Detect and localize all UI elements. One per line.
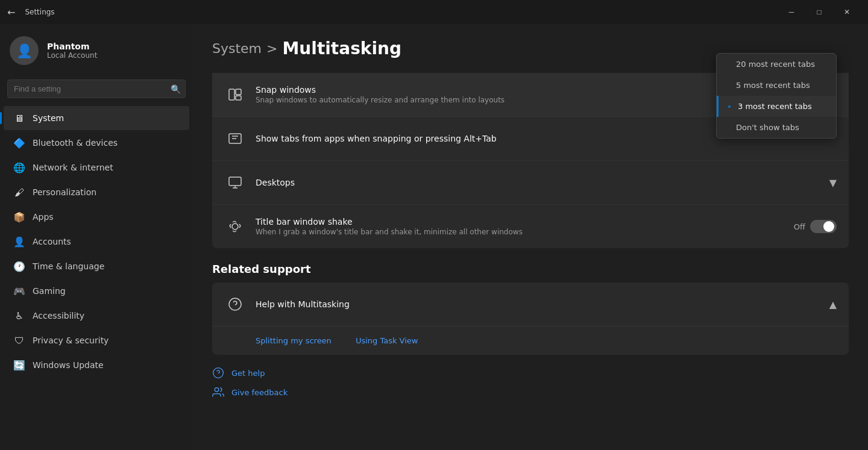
sidebar-label-personalization: Personalization xyxy=(33,187,96,197)
sidebar-label-network: Network & internet xyxy=(33,163,113,172)
desktops-row: Desktops ▼ xyxy=(212,161,849,205)
search-input[interactable] xyxy=(7,80,186,98)
give-feedback-label: Give feedback xyxy=(231,388,288,397)
svg-rect-0 xyxy=(229,89,234,100)
desktops-title: Desktops xyxy=(256,178,820,187)
bluetooth-icon: 🔷 xyxy=(13,137,25,149)
get-help-link[interactable]: Get help xyxy=(212,367,849,379)
maximize-button[interactable]: □ xyxy=(805,0,833,24)
svg-rect-1 xyxy=(236,89,241,95)
user-type: Local Account xyxy=(47,51,97,60)
footer-links: Get help Give feedback xyxy=(212,367,849,398)
accounts-icon: 👤 xyxy=(13,236,25,248)
accessibility-icon: ♿ xyxy=(13,310,25,322)
toggle-off-label: Off xyxy=(794,222,805,231)
sidebar-item-accounts[interactable]: 👤 Accounts xyxy=(4,230,189,254)
titlebar: ← Settings ─ □ ✕ xyxy=(0,0,868,24)
titlebar-shake-title: Title bar window shake xyxy=(256,217,784,227)
support-links: Splitting my screen Using Task View xyxy=(212,326,849,355)
breadcrumb-sep: > xyxy=(266,41,277,56)
support-header[interactable]: Help with Multitasking ▲ xyxy=(212,283,849,326)
titlebar-shake-desc: When I grab a window's title bar and sha… xyxy=(256,228,784,236)
svg-point-5 xyxy=(232,223,238,230)
network-icon: 🌐 xyxy=(13,161,25,173)
tabs-dropdown-menu: 20 most recent tabs 5 most recent tabs 3… xyxy=(716,53,837,139)
svg-rect-2 xyxy=(236,96,241,100)
get-help-icon xyxy=(212,367,224,379)
breadcrumb-parent[interactable]: System xyxy=(212,41,262,56)
sidebar-label-update: Windows Update xyxy=(33,360,104,370)
dropdown-item-20[interactable]: 20 most recent tabs xyxy=(717,54,836,75)
related-support-title: Related support xyxy=(212,263,849,275)
titlebar-shake-text: Title bar window shake When I grab a win… xyxy=(256,217,784,236)
help-icon xyxy=(224,293,246,315)
apps-icon: 📦 xyxy=(13,211,25,223)
sidebar-label-gaming: Gaming xyxy=(33,286,66,296)
personalization-icon: 🖌 xyxy=(13,186,25,198)
sidebar: 👤 Phantom Local Account 🔍 🖥 System 🔷 Blu… xyxy=(0,24,193,450)
avatar: 👤 xyxy=(10,36,39,65)
help-title: Help with Multitasking xyxy=(256,299,350,309)
user-info: Phantom Local Account xyxy=(47,42,97,60)
update-icon: 🔄 xyxy=(13,359,25,371)
sidebar-label-privacy: Privacy & security xyxy=(33,336,108,345)
taskview-link[interactable]: Using Task View xyxy=(356,336,418,345)
privacy-icon: 🛡 xyxy=(13,334,25,346)
dropdown-item-5[interactable]: 5 most recent tabs xyxy=(717,75,836,96)
settings-card: Snap windows Snap windows to automatical… xyxy=(212,73,849,248)
sidebar-item-update[interactable]: 🔄 Windows Update xyxy=(4,353,189,377)
get-help-label: Get help xyxy=(231,369,265,378)
titlebar-shake-icon xyxy=(224,216,246,237)
titlebar-shake-control: Off xyxy=(794,220,837,233)
search-icon: 🔍 xyxy=(171,84,181,94)
time-icon: 🕐 xyxy=(13,260,25,272)
breadcrumb-current: Multitasking xyxy=(282,39,401,58)
sidebar-item-apps[interactable]: 📦 Apps xyxy=(4,205,189,229)
sidebar-item-bluetooth[interactable]: 🔷 Bluetooth & devices xyxy=(4,131,189,155)
gaming-icon: 🎮 xyxy=(13,285,25,297)
sidebar-label-apps: Apps xyxy=(33,212,54,222)
sidebar-item-privacy[interactable]: 🛡 Privacy & security xyxy=(4,328,189,352)
sidebar-item-time[interactable]: 🕐 Time & language xyxy=(4,254,189,278)
dropdown-item-none[interactable]: Don't show tabs xyxy=(717,117,836,138)
main-content: System > Multitasking Snap windows Snap … xyxy=(193,24,868,450)
sidebar-label-accessibility: Accessibility xyxy=(33,311,84,320)
minimize-button[interactable]: ─ xyxy=(778,0,805,24)
dropdown-item-3[interactable]: 3 most recent tabs xyxy=(717,96,836,117)
svg-rect-4 xyxy=(229,177,241,186)
nav-list: 🖥 System 🔷 Bluetooth & devices 🌐 Network… xyxy=(0,105,193,378)
support-chevron[interactable]: ▲ xyxy=(829,299,837,310)
titlebar-shake-row: Title bar window shake When I grab a win… xyxy=(212,205,849,248)
system-icon: 🖥 xyxy=(13,112,25,124)
sidebar-item-personalization[interactable]: 🖌 Personalization xyxy=(4,180,189,204)
close-button[interactable]: ✕ xyxy=(833,0,861,24)
alttab-row: Show tabs from apps when snapping or pre… xyxy=(212,117,849,161)
give-feedback-link[interactable]: Give feedback xyxy=(212,386,849,398)
splitting-link[interactable]: Splitting my screen xyxy=(256,336,332,345)
give-feedback-icon xyxy=(212,386,224,398)
search-box: 🔍 xyxy=(7,80,186,98)
svg-point-8 xyxy=(215,388,219,392)
sidebar-label-system: System xyxy=(33,113,64,123)
svg-point-6 xyxy=(229,298,241,310)
back-icon[interactable]: ← xyxy=(7,7,15,18)
app-container: 👤 Phantom Local Account 🔍 🖥 System 🔷 Blu… xyxy=(0,24,868,450)
alttab-icon xyxy=(224,128,246,149)
sidebar-label-bluetooth: Bluetooth & devices xyxy=(33,138,118,148)
check-3 xyxy=(728,105,731,108)
sidebar-item-gaming[interactable]: 🎮 Gaming xyxy=(4,279,189,303)
sidebar-item-accessibility[interactable]: ♿ Accessibility xyxy=(4,304,189,328)
svg-point-7 xyxy=(213,368,224,378)
titlebar-title: Settings xyxy=(25,8,54,16)
sidebar-label-time: Time & language xyxy=(33,261,104,271)
window-controls: ─ □ ✕ xyxy=(778,0,861,24)
sidebar-label-accounts: Accounts xyxy=(33,237,71,246)
desktops-chevron[interactable]: ▼ xyxy=(829,177,837,189)
desktops-icon xyxy=(224,172,246,193)
user-section: 👤 Phantom Local Account xyxy=(0,24,193,77)
sidebar-item-system[interactable]: 🖥 System xyxy=(4,106,189,130)
desktops-text: Desktops xyxy=(256,178,820,187)
sidebar-item-network[interactable]: 🌐 Network & internet xyxy=(4,155,189,180)
titlebar-shake-toggle[interactable] xyxy=(810,220,837,233)
support-card: Help with Multitasking ▲ Splitting my sc… xyxy=(212,283,849,355)
